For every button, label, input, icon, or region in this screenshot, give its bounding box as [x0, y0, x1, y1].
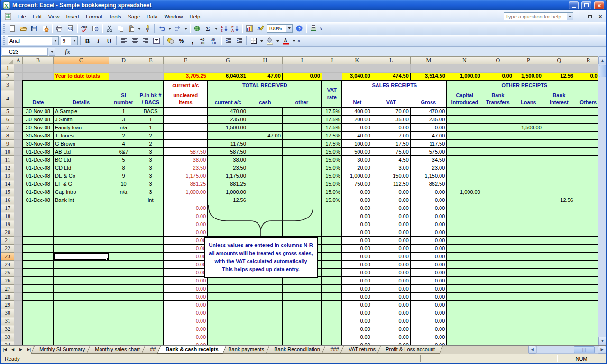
cell-O9[interactable]: [482, 140, 514, 148]
cell-C19[interactable]: [54, 220, 109, 228]
row-header-24[interactable]: 24: [1, 261, 14, 269]
cell-D27[interactable]: [109, 285, 138, 293]
toolbar-grip[interactable]: [3, 36, 5, 45]
cell-F34[interactable]: 0.00: [163, 341, 208, 346]
cell-N28[interactable]: [447, 293, 482, 301]
cell-G18[interactable]: [208, 212, 248, 220]
cell-F9[interactable]: [163, 140, 208, 148]
menu-view[interactable]: View: [45, 12, 63, 21]
cell-K31[interactable]: 0.00: [342, 317, 372, 325]
cell-M12[interactable]: 23.00: [410, 164, 447, 172]
column-header-O[interactable]: O: [482, 57, 514, 64]
cell-B14[interactable]: 01-Dec-08: [23, 180, 54, 188]
cell-G13[interactable]: 1,175.00: [208, 172, 248, 180]
row-header-2[interactable]: 2: [1, 73, 14, 81]
cell-K1[interactable]: [342, 64, 372, 73]
spelling-button[interactable]: ABC: [79, 23, 90, 34]
cell-B16[interactable]: 01-Dec-08: [23, 196, 54, 204]
column-header-I[interactable]: I: [282, 57, 322, 64]
fill-color-button[interactable]: [264, 36, 275, 46]
cell-C20[interactable]: [54, 228, 109, 237]
cell-A3[interactable]: [14, 81, 23, 90]
cell-E7[interactable]: 1: [138, 124, 164, 132]
cell-J24[interactable]: [322, 261, 342, 269]
cell-P5[interactable]: [514, 108, 543, 116]
cell-P16[interactable]: [514, 196, 543, 204]
cell-F17[interactable]: 0.00: [163, 204, 208, 212]
save-button[interactable]: [28, 23, 39, 34]
cell-O11[interactable]: [482, 156, 514, 164]
cell-H27[interactable]: [248, 285, 282, 293]
toolbar-grip[interactable]: [3, 24, 5, 33]
cell-D15[interactable]: n/a: [109, 188, 138, 196]
cell-G15[interactable]: 1,000.00: [208, 188, 248, 196]
cell-E14[interactable]: 3: [138, 180, 164, 188]
cell-L9[interactable]: 17.50: [372, 140, 410, 148]
cell-Q27[interactable]: [543, 285, 575, 293]
cell-L10[interactable]: 75.00: [372, 148, 410, 156]
cell-E24[interactable]: [138, 261, 164, 269]
cell-H33[interactable]: [248, 333, 282, 341]
cell-L30[interactable]: 0.00: [372, 309, 410, 317]
cell-H1[interactable]: [248, 64, 282, 73]
cell-O21[interactable]: [482, 237, 514, 245]
cell-G33[interactable]: [208, 333, 248, 341]
toolbar-options-icon[interactable]: »: [319, 27, 324, 30]
cell-L32[interactable]: 0.00: [372, 325, 410, 333]
cell-O13[interactable]: [482, 172, 514, 180]
cell-A13[interactable]: [14, 172, 23, 180]
undo-dropdown[interactable]: [167, 23, 172, 34]
copy-button[interactable]: [115, 23, 126, 34]
row-header-6[interactable]: 6: [1, 116, 14, 124]
cell-B25[interactable]: [23, 269, 54, 277]
cell-Q16[interactable]: 12.56: [543, 196, 575, 204]
row-header-1[interactable]: 1: [1, 64, 14, 73]
cell-I11[interactable]: [282, 156, 322, 164]
cell-N29[interactable]: [447, 301, 482, 309]
cell-B15[interactable]: 01-Dec-08: [23, 188, 54, 196]
year-total-O[interactable]: 0.00: [482, 73, 514, 81]
decrease-indent-button[interactable]: [223, 36, 234, 46]
year-total-G[interactable]: 6,040.31: [208, 73, 248, 81]
column-header-Q[interactable]: Q: [543, 57, 575, 64]
cell-P21[interactable]: [514, 237, 543, 245]
cell-M8[interactable]: 47.00: [410, 132, 447, 140]
cell-C5[interactable]: A Sample: [54, 108, 109, 116]
cell-C8[interactable]: T Jones: [54, 132, 109, 140]
comma-button[interactable]: ,: [187, 36, 198, 46]
cell-L34[interactable]: 0.00: [372, 341, 410, 346]
cell-K6[interactable]: 200.00: [342, 116, 372, 124]
cell-G12[interactable]: 23.50: [208, 164, 248, 172]
column-header-L[interactable]: L: [372, 57, 410, 64]
name-box[interactable]: C23: [2, 48, 48, 56]
cell-L17[interactable]: 0.00: [372, 204, 410, 212]
cell-O15[interactable]: [482, 188, 514, 196]
cell-I18[interactable]: [282, 212, 322, 220]
name-box-dropdown[interactable]: [49, 48, 55, 56]
cell-I9[interactable]: [282, 140, 322, 148]
cut-button[interactable]: [104, 23, 115, 34]
cell-E19[interactable]: [138, 220, 164, 228]
cell-I20[interactable]: [282, 228, 322, 237]
cell-O20[interactable]: [482, 228, 514, 237]
cell-C17[interactable]: [54, 204, 109, 212]
cell-C18[interactable]: [54, 212, 109, 220]
cell-G1[interactable]: [208, 64, 248, 73]
menu-data[interactable]: Data: [143, 12, 161, 21]
cell-J22[interactable]: [322, 245, 342, 253]
cell-L16[interactable]: 0.00: [372, 196, 410, 204]
cell-E15[interactable]: 3: [138, 188, 164, 196]
zoom-combo[interactable]: 100%: [267, 24, 293, 33]
year-total-K[interactable]: 3,040.00: [342, 73, 372, 81]
scroll-down-icon[interactable]: ▼: [598, 337, 606, 345]
help-button[interactable]: ?: [294, 23, 304, 34]
cell-K21[interactable]: 0.00: [342, 237, 372, 245]
font-size-combo[interactable]: 9: [61, 36, 78, 45]
cell-A7[interactable]: [14, 124, 23, 132]
cell-O25[interactable]: [482, 269, 514, 277]
cell-H13[interactable]: [248, 172, 282, 180]
cell-C23[interactable]: [54, 253, 109, 261]
cell-B29[interactable]: [23, 301, 54, 309]
cell-N6[interactable]: [447, 116, 482, 124]
cell-N1[interactable]: [447, 64, 482, 73]
